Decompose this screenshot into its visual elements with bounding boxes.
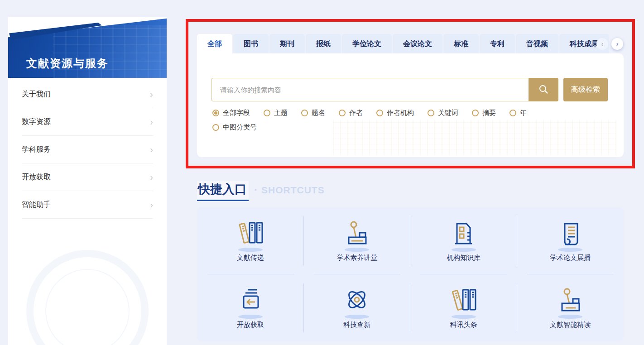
chevron-right-icon [150, 117, 153, 126]
icon-shadow [452, 315, 476, 319]
dot-separator: · [254, 183, 258, 196]
search-field-options: 全部字段 主题 题名 作者 作者机构 [212, 109, 566, 138]
tab-books[interactable]: 图书 [233, 34, 269, 53]
shortcut-sci-tech-novelty-search[interactable]: 科技查新 [304, 274, 411, 341]
icon-shadow [238, 248, 263, 252]
sidebar-item-label: 智能助手 [22, 200, 51, 210]
radio-icon [472, 110, 479, 116]
shortcut-label: 文献传递 [237, 254, 264, 262]
repository-building-icon [449, 220, 478, 246]
books-icon [236, 220, 265, 246]
shortcut-sci-tech-news[interactable]: 科讯头条 [410, 274, 517, 341]
tabs-prev-button[interactable] [596, 38, 608, 50]
radio-abstract[interactable]: 摘要 [472, 109, 496, 117]
radio-icon [339, 110, 346, 116]
sidebar-item-open-access[interactable]: 开放获取 [22, 163, 153, 191]
tabs-next-button[interactable] [611, 38, 623, 50]
shortcut-institutional-repository[interactable]: 机构知识库 [410, 207, 517, 274]
radio-icon [509, 110, 516, 116]
sidebar-item-label: 学科服务 [22, 145, 51, 154]
sidebar-item-label: 数字资源 [22, 117, 51, 127]
shortcut-academic-literacy-lectures[interactable]: 学术素养讲堂 [304, 207, 411, 274]
search-panel: 高级检索 全部字段 主题 题名 作者 [197, 53, 624, 157]
sidebar-menu: 关于我们 数字资源 学科服务 开放获取 智能助手 [8, 78, 167, 219]
radio-subject[interactable]: 主题 [264, 109, 288, 117]
sidebar-title: 文献资源与服务 [26, 56, 109, 71]
resource-type-tabs: 全部 图书 期刊 报纸 学位论文 会议论文 标准 专利 音视频 科技成果 [197, 34, 609, 53]
radio-author-affiliation[interactable]: 作者机构 [376, 109, 414, 117]
shortcut-label: 科讯头条 [450, 321, 477, 329]
tab-patents[interactable]: 专利 [480, 34, 515, 53]
sidebar-item-label: 关于我们 [22, 90, 51, 99]
icon-shadow [452, 248, 476, 252]
radio-icon [428, 110, 434, 116]
sidebar: 文献资源与服务 关于我们 数字资源 学科服务 开放获取 智能助手 [8, 17, 167, 345]
sidebar-header: 文献资源与服务 [8, 17, 167, 78]
advanced-search-button[interactable]: 高级检索 [563, 78, 608, 101]
radio-clc-number[interactable]: 中图分类号 [212, 123, 257, 132]
field-row-1: 全部字段 主题 题名 作者 作者机构 [212, 109, 566, 117]
tab-standards[interactable]: 标准 [443, 34, 479, 53]
tab-journals[interactable]: 期刊 [269, 34, 305, 53]
shortcuts-subtitle: SHORTCUTS [261, 185, 325, 196]
shortcut-open-access[interactable]: 开放获取 [197, 274, 304, 341]
shortcut-label: 开放获取 [237, 321, 264, 329]
radio-title[interactable]: 题名 [301, 109, 325, 117]
icon-shadow [238, 315, 263, 319]
shortcut-label: 文献智能精读 [550, 321, 591, 329]
radio-author[interactable]: 作者 [339, 109, 363, 117]
shortcut-label: 学术素养讲堂 [336, 254, 377, 262]
atom-icon [342, 287, 371, 313]
radio-icon [301, 110, 308, 116]
shortcuts-panel: 文献传递 学术素养讲堂 [197, 207, 624, 341]
radio-icon [376, 110, 383, 116]
paper-scroll-icon [556, 220, 585, 246]
open-access-icon [236, 287, 265, 313]
icon-shadow [558, 315, 582, 319]
radio-year[interactable]: 年 [509, 109, 527, 117]
icon-shadow [345, 315, 369, 319]
lectern-icon [342, 220, 371, 246]
shortcuts-title: 快捷入口 [197, 181, 249, 201]
shortcuts-heading: 快捷入口 · SHORTCUTS [197, 181, 325, 201]
shortcut-label: 学术论文展播 [550, 254, 591, 262]
radio-keywords[interactable]: 关键词 [428, 109, 458, 117]
shortcut-document-delivery[interactable]: 文献传递 [197, 207, 304, 274]
search-row: 高级检索 [211, 78, 608, 101]
chevron-right-icon [150, 90, 153, 99]
radio-icon [264, 110, 270, 116]
sidebar-item-digital-resources[interactable]: 数字资源 [22, 108, 153, 136]
chevron-right-icon [150, 200, 153, 209]
field-row-2: 中图分类号 [212, 123, 566, 132]
tab-audio-video[interactable]: 音视频 [516, 34, 558, 53]
shortcut-label: 机构知识库 [447, 254, 481, 262]
shortcut-academic-paper-showcase[interactable]: 学术论文展播 [517, 207, 624, 274]
chevron-right-icon [150, 145, 153, 154]
icon-shadow [558, 248, 582, 252]
tab-all[interactable]: 全部 [197, 34, 232, 53]
tab-newspapers[interactable]: 报纸 [306, 34, 341, 53]
search-input[interactable] [211, 78, 529, 101]
sidebar-item-label: 开放获取 [22, 172, 51, 182]
search-button[interactable] [529, 78, 558, 101]
shortcut-intelligent-reading[interactable]: 文献智能精读 [517, 274, 624, 341]
radio-icon [212, 124, 219, 131]
tab-conference-papers[interactable]: 会议论文 [393, 34, 442, 53]
chevron-right-icon [150, 172, 153, 182]
news-books-icon [449, 287, 478, 313]
tab-theses[interactable]: 学位论文 [342, 34, 392, 53]
shortcut-label: 科技查新 [343, 321, 370, 329]
magnifier-icon [538, 84, 549, 96]
search-section-annotation-box: 全部 图书 期刊 报纸 学位论文 会议论文 标准 专利 音视频 科技成果 高 [186, 19, 635, 168]
tabs-pager [596, 38, 623, 50]
sidebar-item-subject-services[interactable]: 学科服务 [22, 136, 153, 163]
watermark-seal [26, 250, 149, 345]
sidebar-item-ai-assistant[interactable]: 智能助手 [22, 191, 153, 219]
smart-lectern-icon [556, 287, 585, 313]
icon-shadow [345, 248, 369, 252]
sidebar-item-about-us[interactable]: 关于我们 [22, 81, 153, 108]
radio-icon [212, 110, 219, 116]
radio-all-fields[interactable]: 全部字段 [212, 109, 250, 117]
